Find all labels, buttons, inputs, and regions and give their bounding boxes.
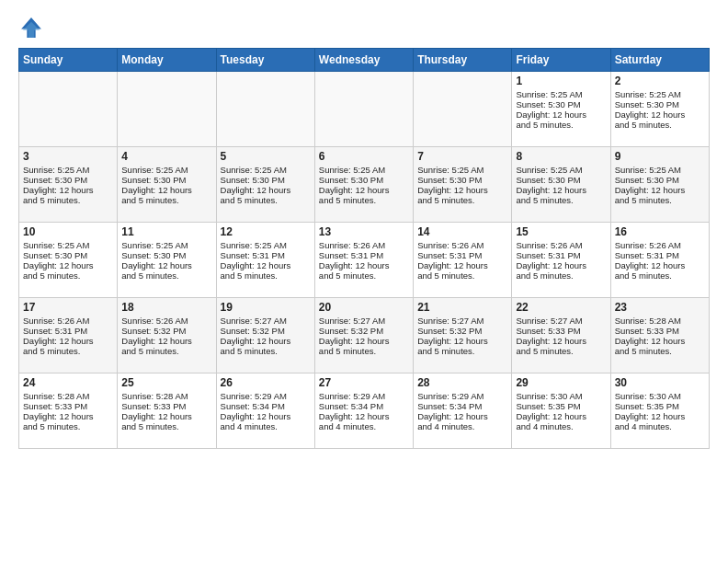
day-number: 8 <box>516 150 606 163</box>
calendar-cell: 6Sunrise: 5:25 AMSunset: 5:30 PMDaylight… <box>314 147 413 223</box>
day-info: Daylight: 12 hours <box>23 185 113 195</box>
col-header-saturday: Saturday <box>610 49 709 72</box>
calendar-week-4: 24Sunrise: 5:28 AMSunset: 5:33 PMDayligh… <box>19 373 710 449</box>
col-header-friday: Friday <box>512 49 610 72</box>
day-info: Sunset: 5:31 PM <box>417 250 507 260</box>
day-info: Daylight: 12 hours <box>615 109 705 120</box>
day-info: Sunset: 5:30 PM <box>516 99 606 109</box>
calendar-cell: 20Sunrise: 5:27 AMSunset: 5:32 PMDayligh… <box>314 298 413 373</box>
day-info: Sunset: 5:30 PM <box>23 250 113 260</box>
day-info: Daylight: 12 hours <box>221 336 311 346</box>
day-info: Daylight: 12 hours <box>615 411 705 421</box>
calendar-cell: 1Sunrise: 5:25 AMSunset: 5:30 PMDaylight… <box>512 72 610 147</box>
day-info: Sunrise: 5:25 AM <box>516 165 606 175</box>
calendar-cell: 4Sunrise: 5:25 AMSunset: 5:30 PMDaylight… <box>118 147 216 223</box>
day-info: Sunset: 5:32 PM <box>319 326 409 336</box>
day-info: Daylight: 12 hours <box>121 260 211 270</box>
day-number: 22 <box>516 301 606 314</box>
calendar-cell: 30Sunrise: 5:30 AMSunset: 5:35 PMDayligh… <box>610 373 709 449</box>
day-info: and 5 minutes. <box>23 270 113 281</box>
day-number: 17 <box>23 301 113 314</box>
day-info: Sunrise: 5:30 AM <box>615 391 705 401</box>
day-info: Sunrise: 5:28 AM <box>615 316 705 326</box>
day-info: Daylight: 12 hours <box>23 260 113 270</box>
day-number: 28 <box>417 376 507 389</box>
day-info: and 5 minutes. <box>615 120 705 130</box>
header-area <box>18 15 710 40</box>
day-info: Sunset: 5:33 PM <box>615 326 705 336</box>
day-info: Sunset: 5:31 PM <box>615 250 705 260</box>
calendar-cell: 27Sunrise: 5:29 AMSunset: 5:34 PMDayligh… <box>314 373 413 449</box>
day-info: and 4 minutes. <box>417 421 507 431</box>
day-info: Daylight: 12 hours <box>221 411 311 421</box>
day-number: 2 <box>615 75 705 87</box>
day-info: and 5 minutes. <box>23 346 113 356</box>
calendar-cell: 24Sunrise: 5:28 AMSunset: 5:33 PMDayligh… <box>19 373 118 449</box>
day-info: and 5 minutes. <box>417 270 507 281</box>
day-info: Sunrise: 5:29 AM <box>417 391 507 401</box>
day-info: Sunrise: 5:27 AM <box>417 316 507 326</box>
day-number: 20 <box>319 301 409 314</box>
day-number: 16 <box>615 225 705 238</box>
calendar-cell <box>216 72 314 147</box>
day-info: Sunrise: 5:25 AM <box>516 89 606 99</box>
day-info: Sunrise: 5:25 AM <box>221 240 311 250</box>
day-info: and 5 minutes. <box>417 195 507 205</box>
day-info: and 5 minutes. <box>615 346 705 356</box>
day-info: Daylight: 12 hours <box>615 185 705 195</box>
day-info: Daylight: 12 hours <box>319 260 409 270</box>
day-info: Sunrise: 5:25 AM <box>319 165 409 175</box>
day-info: and 5 minutes. <box>121 346 211 356</box>
logo <box>18 15 48 40</box>
day-info: Sunset: 5:31 PM <box>23 326 113 336</box>
calendar-cell: 21Sunrise: 5:27 AMSunset: 5:32 PMDayligh… <box>414 298 512 373</box>
day-info: Sunrise: 5:25 AM <box>121 165 211 175</box>
calendar-cell: 28Sunrise: 5:29 AMSunset: 5:34 PMDayligh… <box>414 373 512 449</box>
day-info: Sunset: 5:35 PM <box>615 401 705 411</box>
day-number: 29 <box>516 376 606 389</box>
calendar-cell: 8Sunrise: 5:25 AMSunset: 5:30 PMDaylight… <box>512 147 610 223</box>
day-info: Sunrise: 5:28 AM <box>23 391 113 401</box>
calendar-cell: 10Sunrise: 5:25 AMSunset: 5:30 PMDayligh… <box>19 223 118 298</box>
day-info: and 5 minutes. <box>319 270 409 281</box>
calendar-header-row: SundayMondayTuesdayWednesdayThursdayFrid… <box>19 49 710 72</box>
day-info: Daylight: 12 hours <box>221 260 311 270</box>
calendar-cell: 9Sunrise: 5:25 AMSunset: 5:30 PMDaylight… <box>610 147 709 223</box>
day-info: Sunrise: 5:30 AM <box>516 391 606 401</box>
day-info: Sunset: 5:32 PM <box>417 326 507 336</box>
day-info: Daylight: 12 hours <box>121 185 211 195</box>
day-number: 21 <box>417 301 507 314</box>
day-number: 30 <box>615 376 705 389</box>
day-info: and 5 minutes. <box>121 195 211 205</box>
day-info: Sunset: 5:31 PM <box>516 250 606 260</box>
day-info: Daylight: 12 hours <box>615 260 705 270</box>
day-info: Sunset: 5:30 PM <box>221 175 311 185</box>
day-info: Sunrise: 5:25 AM <box>121 240 211 250</box>
calendar-cell: 25Sunrise: 5:28 AMSunset: 5:33 PMDayligh… <box>118 373 216 449</box>
day-info: Sunset: 5:34 PM <box>319 401 409 411</box>
day-info: Sunrise: 5:25 AM <box>23 240 113 250</box>
day-info: Sunrise: 5:26 AM <box>417 240 507 250</box>
day-info: Sunrise: 5:26 AM <box>121 316 211 326</box>
day-info: Daylight: 12 hours <box>121 336 211 346</box>
day-info: Sunset: 5:31 PM <box>319 250 409 260</box>
day-number: 4 <box>121 150 211 163</box>
day-info: Daylight: 12 hours <box>221 185 311 195</box>
day-number: 3 <box>23 150 113 163</box>
day-info: Sunrise: 5:25 AM <box>417 165 507 175</box>
day-number: 12 <box>221 225 311 238</box>
day-info: Daylight: 12 hours <box>417 185 507 195</box>
day-info: and 4 minutes. <box>221 421 311 431</box>
day-info: Daylight: 12 hours <box>319 411 409 421</box>
day-info: Sunset: 5:30 PM <box>516 175 606 185</box>
day-number: 9 <box>615 150 705 163</box>
day-info: Sunset: 5:33 PM <box>121 401 211 411</box>
day-info: Sunset: 5:32 PM <box>221 326 311 336</box>
calendar-table: SundayMondayTuesdayWednesdayThursdayFrid… <box>18 48 710 449</box>
day-info: Daylight: 12 hours <box>23 336 113 346</box>
day-number: 25 <box>121 376 211 389</box>
day-number: 26 <box>221 376 311 389</box>
calendar-cell <box>118 72 216 147</box>
day-info: Sunset: 5:30 PM <box>121 175 211 185</box>
day-info: Sunrise: 5:26 AM <box>516 240 606 250</box>
